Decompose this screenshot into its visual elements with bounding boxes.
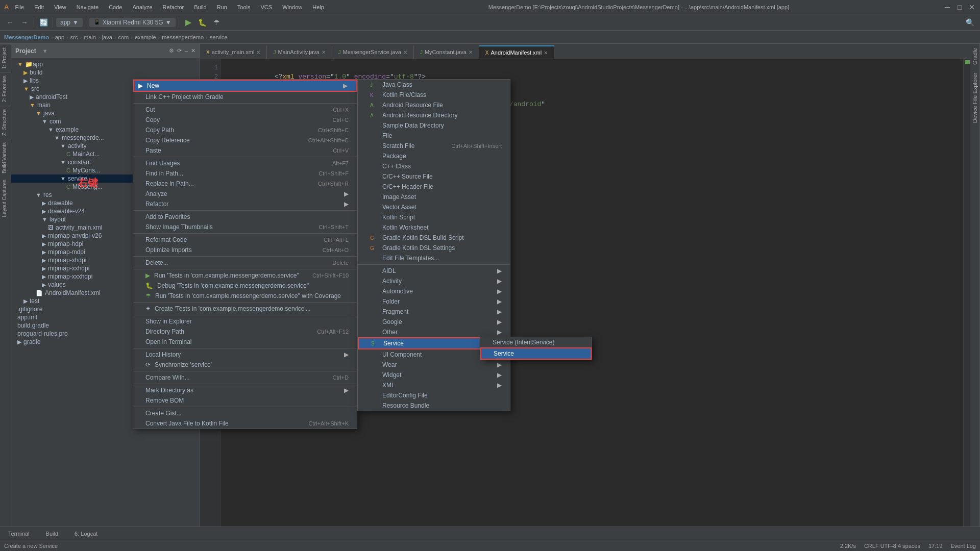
context-menu-cut[interactable]: Cut Ctrl+X bbox=[133, 105, 357, 115]
event-log-button[interactable]: Event Log bbox=[950, 543, 976, 549]
context-menu-paste[interactable]: Paste Ctrl+V bbox=[133, 145, 357, 156]
breadcrumb-example[interactable]: example bbox=[135, 34, 156, 40]
tree-label-layout: layout bbox=[50, 216, 66, 223]
context-menu-dir-path-label: Directory Path bbox=[145, 328, 184, 335]
logcat-tab[interactable]: 6: Logcat bbox=[70, 530, 102, 538]
context-menu-copy-reference[interactable]: Copy Reference Ctrl+Alt+Shift+C bbox=[133, 135, 357, 145]
breadcrumb-project[interactable]: MessengerDemo bbox=[4, 34, 49, 40]
breadcrumb-src[interactable]: src bbox=[70, 34, 78, 40]
menu-analyze[interactable]: Analyze bbox=[130, 3, 154, 11]
breadcrumb-messengerdemo[interactable]: messengerdemo bbox=[162, 34, 204, 40]
build-variants-tab[interactable]: Build Variants bbox=[0, 139, 11, 177]
device-file-explorer-tab[interactable]: Device File Explorer bbox=[970, 69, 980, 527]
context-menu-sync[interactable]: ⟳ Synchronize 'service' bbox=[133, 360, 357, 370]
menu-navigate[interactable]: Navigate bbox=[75, 3, 101, 11]
context-menu-optimize-imports[interactable]: Optimize Imports Ctrl+Alt+O bbox=[133, 245, 357, 255]
tab-close-activity-main[interactable]: ✕ bbox=[256, 49, 260, 55]
context-menu-create-gist[interactable]: Create Gist... bbox=[133, 408, 357, 418]
context-menu-local-history[interactable]: Local History ▶ bbox=[133, 349, 357, 360]
context-menu-open-terminal[interactable]: Open in Terminal bbox=[133, 337, 357, 347]
debug-button[interactable]: 🐛 bbox=[197, 16, 209, 29]
context-menu-debug-tests[interactable]: 🐛 Debug 'Tests in 'com.example.messenger… bbox=[133, 281, 357, 291]
context-menu-dir-path[interactable]: Directory Path Ctrl+Alt+F12 bbox=[133, 327, 357, 337]
terminal-tab[interactable]: Terminal bbox=[4, 530, 34, 538]
panel-sync-icon[interactable]: ⟳ bbox=[177, 47, 182, 54]
tab-activity-main-xml[interactable]: X activity_main.xml ✕ bbox=[200, 45, 267, 59]
menu-tools[interactable]: Tools bbox=[235, 3, 253, 11]
menu-vcs[interactable]: VCS bbox=[259, 3, 275, 11]
menu-bar[interactable]: File Edit View Navigate Code Analyze Ref… bbox=[13, 3, 326, 11]
tab-close-mainactivity[interactable]: ✕ bbox=[322, 49, 326, 55]
context-menu-convert-kotlin[interactable]: Convert Java File to Kotlin File Ctrl+Al… bbox=[133, 418, 357, 429]
context-menu-remove-bom[interactable]: Remove BOM bbox=[133, 395, 357, 406]
breadcrumb-app[interactable]: app bbox=[55, 34, 64, 40]
forward-button[interactable]: → bbox=[18, 16, 31, 29]
menu-refactor[interactable]: Refactor bbox=[161, 3, 186, 11]
favorites-side-tab[interactable]: 2: Favorites bbox=[0, 72, 11, 105]
breadcrumb-java[interactable]: java bbox=[102, 34, 112, 40]
context-menu-copy[interactable]: Copy Ctrl+C bbox=[133, 115, 357, 125]
breadcrumb-main[interactable]: main bbox=[84, 34, 96, 40]
menu-view[interactable]: View bbox=[52, 3, 68, 11]
tab-androidmanifest-xml[interactable]: X AndroidManifest.xml ✕ bbox=[479, 45, 554, 59]
context-menu-refactor[interactable]: Refactor ▶ bbox=[133, 199, 357, 209]
context-menu-find-usages[interactable]: Find Usages Alt+F7 bbox=[133, 158, 357, 168]
tab-close-messengerservice[interactable]: ✕ bbox=[403, 49, 407, 55]
menu-edit[interactable]: Edit bbox=[32, 3, 46, 11]
context-menu-replace-path[interactable]: Replace in Path... Ctrl+Shift+R bbox=[133, 179, 357, 189]
layout-captures-tab[interactable]: Layout Captures bbox=[0, 177, 11, 220]
context-menu-delete[interactable]: Delete... Delete bbox=[133, 258, 357, 268]
device-selector[interactable]: 📱 Xiaomi Redmi K30 5G ▼ bbox=[89, 18, 176, 27]
tree-item-build[interactable]: ▶ build bbox=[11, 68, 200, 77]
context-menu-add-favorites[interactable]: Add to Favorites bbox=[133, 212, 357, 222]
context-menu-mark-dir[interactable]: Mark Directory as ▶ bbox=[133, 385, 357, 395]
project-side-tab[interactable]: 1: Project bbox=[0, 44, 11, 72]
context-menu-reformat[interactable]: Reformat Code Ctrl+Alt+L bbox=[133, 235, 357, 245]
build-tab[interactable]: Build bbox=[42, 530, 62, 538]
search-everywhere-button[interactable]: 🔍 bbox=[964, 16, 976, 29]
tab-messengerservice-java[interactable]: J MessengerService.java ✕ bbox=[332, 45, 414, 59]
coverage-button[interactable]: ☂ bbox=[211, 16, 223, 29]
context-menu-link-cpp[interactable]: Link C++ Project with Gradle bbox=[133, 92, 357, 102]
minimize-button[interactable]: ─ bbox=[943, 3, 951, 11]
breadcrumb-service[interactable]: service bbox=[210, 34, 228, 40]
context-menu-analyze[interactable]: Analyze ▶ bbox=[133, 189, 357, 199]
tab-close-androidmanifest[interactable]: ✕ bbox=[544, 50, 548, 56]
project-panel-title: Project bbox=[15, 47, 36, 55]
panel-collapse-icon[interactable]: – bbox=[185, 47, 188, 54]
context-menu-show-explorer[interactable]: Show in Explorer bbox=[133, 316, 357, 327]
tab-myconstant-java[interactable]: J MyConstant.java ✕ bbox=[414, 45, 479, 59]
menu-code[interactable]: Code bbox=[107, 3, 124, 11]
panel-scope-icon[interactable]: ⚙ bbox=[169, 47, 174, 54]
menu-build[interactable]: Build bbox=[192, 3, 208, 11]
tree-item-app[interactable]: ▼ 📁 app bbox=[11, 60, 200, 68]
close-button[interactable]: ✕ bbox=[968, 3, 976, 11]
app-selector[interactable]: app ▼ bbox=[56, 18, 83, 27]
back-button[interactable]: ← bbox=[4, 16, 16, 29]
menu-window[interactable]: Window bbox=[280, 3, 304, 11]
context-menu-run-tests[interactable]: ▶ Run 'Tests in 'com.example.messengerde… bbox=[133, 270, 357, 281]
breadcrumb-com[interactable]: com bbox=[118, 34, 129, 40]
tab-close-myconstant[interactable]: ✕ bbox=[469, 49, 473, 55]
context-menu-new[interactable]: ▶ New ▶ bbox=[133, 80, 357, 92]
window-controls[interactable]: ─ □ ✕ bbox=[943, 3, 976, 11]
panel-close-icon[interactable]: ✕ bbox=[191, 47, 195, 54]
menu-file[interactable]: File bbox=[13, 3, 26, 11]
menu-help[interactable]: Help bbox=[310, 3, 326, 11]
context-menu-run-coverage[interactable]: ☂ Run 'Tests in 'com.example.messengerde… bbox=[133, 291, 357, 301]
context-menu-compare[interactable]: Compare With... Ctrl+D bbox=[133, 372, 357, 383]
maximize-button[interactable]: □ bbox=[955, 3, 964, 11]
project-sync-button[interactable]: 🔄 bbox=[37, 16, 50, 29]
context-menu-l1[interactable]: ▶ New ▶ Link C++ Project with Gradle Cut… bbox=[133, 79, 357, 429]
menu-run[interactable]: Run bbox=[215, 3, 229, 11]
context-menu-copy-path[interactable]: Copy Path Ctrl+Shift+C bbox=[133, 125, 357, 135]
project-dropdown-icon[interactable]: ▼ bbox=[42, 48, 48, 54]
gradle-tab[interactable]: Gradle bbox=[970, 44, 980, 69]
context-menu-find-path[interactable]: Find in Path... Ctrl+Shift+F bbox=[133, 168, 357, 179]
structure-side-tab[interactable]: Z: Structure bbox=[0, 106, 11, 139]
context-menu-show-thumbnails[interactable]: Show Image Thumbnails Ctrl+Shift+T bbox=[133, 222, 357, 232]
tab-mainactivity-java[interactable]: J MainActivity.java ✕ bbox=[267, 45, 332, 59]
run-button[interactable]: ▶ bbox=[182, 16, 194, 29]
editor-tabs[interactable]: X activity_main.xml ✕ J MainActivity.jav… bbox=[200, 44, 970, 59]
context-menu-create-tests[interactable]: ✦ Create 'Tests in 'com.example.messenge… bbox=[133, 304, 357, 314]
